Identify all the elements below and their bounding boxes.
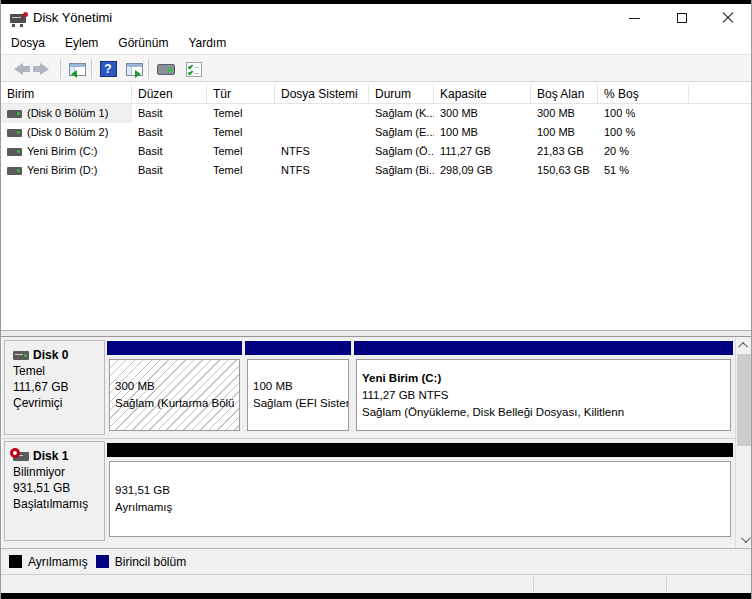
freespace-cell: 100 MB — [531, 123, 598, 142]
action-pane-toggle-button[interactable] — [122, 58, 146, 80]
disk-row-separator — [2, 438, 752, 439]
back-icon — [14, 63, 23, 75]
column-header-layout[interactable]: Düzen — [132, 84, 207, 103]
partition-title: Yeni Birim (C:) — [362, 370, 730, 387]
disk-management-window: Disk Yönetimi Dosya Eylem Görünüm Yardım… — [0, 0, 752, 599]
volume-icon — [7, 167, 22, 175]
disk1-header-panel[interactable]: Disk 1 Bilinmiyor 931,51 GB Başlatılmamı… — [4, 441, 105, 541]
disk-type: Bilinmiyor — [13, 464, 104, 480]
menu-view[interactable]: Görünüm — [108, 33, 178, 53]
help-icon: ? — [100, 61, 117, 77]
legend-bar: Ayrılmamış Birincil bölüm — [1, 548, 752, 574]
table-row[interactable]: Yeni Birim (C:) Basit Temel NTFS Sağlam … — [1, 142, 752, 161]
table-row[interactable]: (Disk 0 Bölüm 2) Basit Temel Sağlam (E..… — [1, 123, 752, 142]
column-header-type[interactable]: Tür — [207, 84, 275, 103]
maximize-button[interactable] — [665, 4, 699, 32]
minimize-button[interactable] — [617, 4, 651, 32]
volume-list: Birim Düzen Tür Dosya Sistemi Durum Kapa… — [1, 84, 752, 330]
status-cell: Sağlam (Ö... — [369, 142, 434, 161]
screen-top-strip — [1, 0, 752, 4]
type-cell: Temel — [207, 123, 275, 142]
volume-name: (Disk 0 Bölüm 2) — [27, 123, 108, 142]
volume-icon — [7, 110, 22, 118]
partition-size: 300 MB — [115, 378, 239, 395]
filesystem-cell — [275, 123, 369, 142]
partition-status: Sağlam (Önyükleme, Disk Belleği Dosyası,… — [362, 404, 730, 421]
layout-cell: Basit — [132, 123, 207, 142]
column-header-status[interactable]: Durum — [369, 84, 434, 103]
type-cell: Temel — [207, 104, 275, 123]
layout-cell: Basit — [132, 161, 207, 180]
partition-status: Sağlam (Kurtarma Bölü — [115, 395, 239, 412]
checklist-button[interactable] — [182, 58, 206, 80]
disk-graphical-pane: Disk 0 Temel 111,67 GB Çevrimiçi 300 MB … — [2, 337, 752, 548]
column-header-freespace[interactable]: Boş Alan — [531, 84, 598, 103]
capacity-cell: 298,09 GB — [434, 161, 531, 180]
partition-size: 111,27 GB NTFS — [362, 387, 730, 404]
filesystem-cell — [275, 104, 369, 123]
forward-icon — [40, 63, 49, 75]
column-header-capacity[interactable]: Kapasite — [434, 84, 531, 103]
forward-button[interactable] — [32, 58, 56, 80]
disk-status: Başlatılmamış — [13, 496, 104, 512]
drive-properties-button[interactable] — [154, 58, 178, 80]
menu-bar: Dosya Eylem Görünüm Yardım — [1, 32, 752, 54]
column-header-freepct[interactable]: % Boş — [598, 84, 689, 103]
disk-icon — [13, 351, 29, 360]
legend-label: Ayrılmamış — [28, 555, 88, 569]
freepct-cell: 51 % — [598, 161, 689, 180]
freespace-cell: 21,83 GB — [531, 142, 598, 161]
freespace-cell: 150,63 GB — [531, 161, 598, 180]
maximize-icon — [677, 13, 687, 23]
disk0-header-panel[interactable]: Disk 0 Temel 111,67 GB Çevrimiçi — [4, 340, 105, 435]
disk-size: 931,51 GB — [13, 480, 104, 496]
status-bar — [1, 574, 752, 593]
scrollbar-thumb[interactable] — [737, 354, 752, 446]
volume-name: Yeni Birim (C:) — [27, 142, 98, 161]
volume-list-header: Birim Düzen Tür Dosya Sistemi Durum Kapa… — [1, 84, 752, 104]
capacity-cell: 111,27 GB — [434, 142, 531, 161]
column-header-volume[interactable]: Birim — [1, 84, 132, 103]
menu-action[interactable]: Eylem — [55, 33, 108, 53]
chevron-up-icon — [738, 342, 748, 352]
volume-icon — [7, 148, 22, 156]
console-tree-toggle-button[interactable] — [65, 58, 89, 80]
primary-partition-band — [354, 341, 733, 355]
action-pane-toggle-icon — [126, 63, 143, 76]
disk1-unallocated-region[interactable]: 931,51 GB Ayrılmamış — [107, 443, 733, 541]
capacity-cell: 100 MB — [434, 123, 531, 142]
help-button[interactable]: ? — [96, 58, 120, 80]
partition-size: 100 MB — [253, 378, 348, 395]
legend-item-unallocated: Ayrılmamış — [9, 555, 88, 569]
pane-splitter[interactable] — [1, 330, 752, 337]
filesystem-cell: NTFS — [275, 161, 369, 180]
menu-file[interactable]: Dosya — [1, 33, 55, 53]
freepct-cell: 100 % — [598, 123, 689, 142]
layout-cell: Basit — [132, 104, 207, 123]
toolbar-separator — [148, 59, 149, 79]
partition-status: Sağlam (EFI Sisten — [253, 395, 348, 412]
partition-size: 931,51 GB — [115, 482, 730, 499]
menu-help[interactable]: Yardım — [178, 33, 236, 53]
toolbar-separator — [60, 59, 61, 79]
chevron-down-icon — [741, 533, 751, 543]
volume-name: Yeni Birim (D:) — [27, 161, 98, 180]
table-row[interactable]: Yeni Birim (D:) Basit Temel NTFS Sağlam … — [1, 161, 752, 180]
disk0-partition-c[interactable]: Yeni Birim (C:) 111,27 GB NTFS Sağlam (Ö… — [354, 341, 733, 435]
window-title: Disk Yönetimi — [33, 10, 112, 25]
scroll-up-button[interactable] — [736, 337, 752, 354]
disk-size: 111,67 GB — [13, 379, 104, 395]
scroll-down-button[interactable] — [736, 531, 752, 548]
column-header-filesystem[interactable]: Dosya Sistemi — [275, 84, 369, 103]
legend-label: Birincil bölüm — [115, 555, 186, 569]
table-row[interactable]: (Disk 0 Bölüm 1) Basit Temel Sağlam (K..… — [1, 104, 752, 123]
vertical-scrollbar[interactable] — [735, 337, 752, 548]
minimize-icon — [629, 18, 640, 19]
status-cell: Sağlam (K... — [369, 104, 434, 123]
disk0-partition-recovery[interactable]: 300 MB Sağlam (Kurtarma Bölü — [107, 341, 242, 435]
disk0-partition-efi[interactable]: 100 MB Sağlam (EFI Sisten — [245, 341, 351, 435]
title-bar[interactable]: Disk Yönetimi — [1, 4, 752, 32]
close-button[interactable] — [711, 4, 745, 32]
back-button[interactable] — [6, 58, 30, 80]
drive-properties-icon — [157, 64, 175, 75]
